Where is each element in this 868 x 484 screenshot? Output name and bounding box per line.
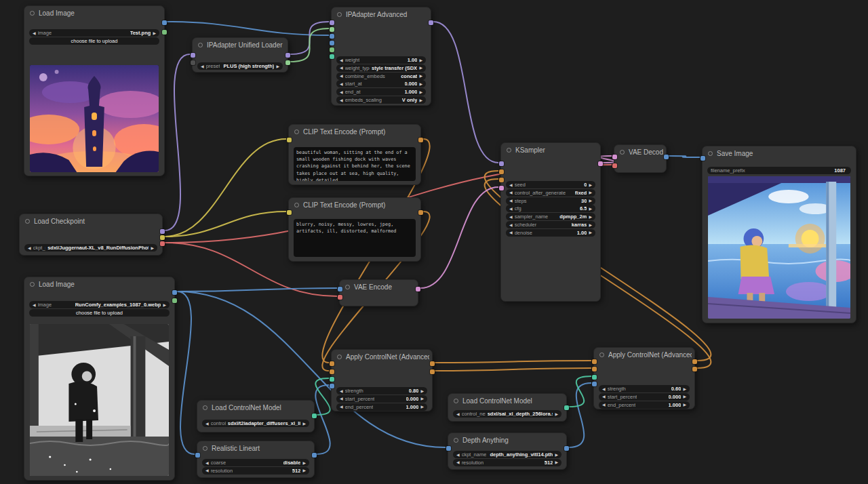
node-vae_encode[interactable]: VAE Encode bbox=[339, 279, 418, 306]
widget-end_percent[interactable]: ◀end_percent1.000▶ bbox=[336, 403, 427, 411]
collapse-dot-icon[interactable] bbox=[599, 352, 604, 357]
input-port-ksampler-negative[interactable] bbox=[499, 178, 504, 182]
collapse-dot-icon[interactable] bbox=[620, 150, 625, 155]
input-port-clip_neg-clip[interactable] bbox=[287, 210, 292, 215]
increment-arrow-icon[interactable]: ▶ bbox=[555, 453, 558, 457]
increment-arrow-icon[interactable]: ▶ bbox=[419, 98, 422, 102]
widget-image[interactable]: ◀imageRunComfy_examples_1087_0.webp▶ bbox=[29, 301, 170, 308]
decrement-arrow-icon[interactable]: ◀ bbox=[509, 190, 513, 195]
increment-arrow-icon[interactable]: ▶ bbox=[589, 190, 592, 195]
input-port-ksampler-positive[interactable] bbox=[499, 169, 504, 174]
node-ipadapter_loader[interactable]: IPAdapter Unified Loader◀presetPLUS (hig… bbox=[192, 37, 288, 73]
widget-cfg[interactable]: ◀cfg6.5▶ bbox=[506, 205, 595, 212]
widget-start_at[interactable]: ◀start_at0.000▶ bbox=[336, 80, 426, 87]
increment-arrow-icon[interactable]: ▶ bbox=[555, 460, 558, 464]
collapse-dot-icon[interactable] bbox=[198, 43, 203, 47]
input-port-ipadapter_adv-model[interactable] bbox=[330, 20, 334, 25]
increment-arrow-icon[interactable]: ▶ bbox=[419, 82, 422, 86]
output-port-load_image_2-MASK[interactable] bbox=[172, 298, 177, 303]
collapse-dot-icon[interactable] bbox=[25, 219, 30, 224]
output-port-lineart-IMAGE[interactable] bbox=[312, 453, 317, 458]
node-ipadapter_adv[interactable]: IPAdapter Advanced◀weight1.00▶◀weight_ty… bbox=[331, 7, 431, 106]
input-port-acn2-image[interactable] bbox=[592, 382, 597, 386]
node-header[interactable]: IPAdapter Advanced bbox=[332, 7, 428, 21]
output-port-depth-IMAGE[interactable] bbox=[564, 446, 569, 451]
decrement-arrow-icon[interactable]: ◀ bbox=[456, 412, 460, 416]
decrement-arrow-icon[interactable]: ◀ bbox=[205, 461, 209, 465]
collapse-dot-icon[interactable] bbox=[507, 148, 511, 153]
collapse-dot-icon[interactable] bbox=[345, 285, 350, 289]
collapse-dot-icon[interactable] bbox=[708, 151, 713, 156]
widget-end_percent[interactable]: ◀end_percent1.000▶ bbox=[599, 401, 690, 409]
decrement-arrow-icon[interactable]: ◀ bbox=[456, 453, 460, 457]
node-header[interactable]: VAE Encode bbox=[340, 280, 415, 294]
output-port-cn_model_2-CONTROL_NET[interactable] bbox=[564, 405, 569, 410]
node-header[interactable]: Save Image bbox=[703, 146, 853, 160]
decrement-arrow-icon[interactable]: ◀ bbox=[340, 66, 343, 70]
increment-arrow-icon[interactable]: ▶ bbox=[420, 389, 424, 393]
output-port-vae_decode-IMAGE[interactable] bbox=[664, 155, 669, 159]
node-header[interactable]: Load Image bbox=[24, 6, 161, 20]
input-port-ipadapter_adv-image[interactable] bbox=[330, 34, 334, 39]
input-port-acn1-negative[interactable] bbox=[330, 369, 334, 374]
increment-arrow-icon[interactable]: ▶ bbox=[419, 74, 422, 78]
output-port-ipadapter_loader-model[interactable] bbox=[285, 53, 290, 58]
prompt-textarea[interactable]: blurry, noisy, messy, lowres, jpeg, arti… bbox=[294, 219, 416, 257]
input-port-acn2-positive[interactable] bbox=[592, 359, 597, 364]
increment-arrow-icon[interactable]: ▶ bbox=[555, 412, 558, 416]
node-header[interactable]: KSampler bbox=[501, 143, 597, 157]
widget-coarse[interactable]: ◀coarsedisable▶ bbox=[202, 459, 309, 466]
widget-start_percent[interactable]: ◀start_percent0.000▶ bbox=[336, 395, 427, 403]
graph-canvas[interactable]: Load Image◀imageTest.png▶choose file to … bbox=[0, 0, 868, 484]
increment-arrow-icon[interactable]: ▶ bbox=[419, 58, 422, 62]
upload-button[interactable]: choose file to upload bbox=[29, 309, 170, 317]
decrement-arrow-icon[interactable]: ◀ bbox=[205, 468, 209, 472]
decrement-arrow-icon[interactable]: ◀ bbox=[509, 199, 513, 203]
output-port-acn2-negative[interactable] bbox=[692, 367, 697, 371]
node-load_image_1[interactable]: Load Image◀imageTest.png▶choose file to … bbox=[24, 5, 165, 176]
input-port-vae_encode-vae[interactable] bbox=[338, 295, 342, 300]
increment-arrow-icon[interactable]: ▶ bbox=[420, 405, 424, 409]
output-port-ipadapter_loader-ipadapter[interactable] bbox=[285, 60, 290, 65]
widget-weight[interactable]: ◀weight1.00▶ bbox=[336, 56, 426, 64]
decrement-arrow-icon[interactable]: ◀ bbox=[340, 74, 343, 78]
decrement-arrow-icon[interactable]: ◀ bbox=[33, 31, 36, 35]
input-port-acn2-negative[interactable] bbox=[592, 367, 597, 371]
node-header[interactable]: CLIP Text Encode (Prompt) bbox=[289, 125, 418, 138]
decrement-arrow-icon[interactable]: ◀ bbox=[340, 90, 343, 94]
output-port-clip_pos-CONDITIONING[interactable] bbox=[418, 138, 423, 142]
widget-end_at[interactable]: ◀end_at1.000▶ bbox=[336, 88, 426, 96]
node-header[interactable]: Load Checkpoint bbox=[20, 214, 159, 228]
node-cn_model_1[interactable]: Load ControlNet Model◀control_nesdxl/t2i… bbox=[197, 400, 315, 432]
node-acn2[interactable]: Apply ControlNet (Advanced)◀strength0.60… bbox=[593, 347, 695, 409]
input-port-vae_decode-vae[interactable] bbox=[612, 163, 617, 168]
node-depth[interactable]: Depth Anything◀ckpt_namedepth_anything_v… bbox=[448, 432, 567, 470]
widget-combine_embeds[interactable]: ◀combine_embedsconcat▶ bbox=[336, 73, 426, 80]
widget-ckpt_name[interactable]: ◀ckpt_namedepth_anything_vitl14.pth▶ bbox=[453, 451, 561, 458]
output-port-checkpoint-CLIP[interactable] bbox=[160, 235, 165, 240]
decrement-arrow-icon[interactable]: ◀ bbox=[509, 215, 513, 219]
input-port-ipadapter_adv-clip_vision[interactable] bbox=[330, 54, 334, 59]
collapse-dot-icon[interactable] bbox=[30, 11, 35, 16]
increment-arrow-icon[interactable]: ▶ bbox=[589, 223, 592, 227]
input-port-ksampler-latent_image[interactable] bbox=[499, 186, 504, 190]
increment-arrow-icon[interactable]: ▶ bbox=[683, 387, 686, 391]
widget-strength[interactable]: ◀strength0.80▶ bbox=[336, 387, 427, 395]
increment-arrow-icon[interactable]: ▶ bbox=[302, 422, 306, 426]
input-port-vae_decode-samples[interactable] bbox=[612, 155, 617, 159]
widget-control_after_generate[interactable]: ◀control_after_generatefixed▶ bbox=[506, 189, 595, 197]
widget-embeds_scaling[interactable]: ◀embeds_scalingV only▶ bbox=[336, 96, 426, 104]
collapse-dot-icon[interactable] bbox=[203, 446, 208, 451]
widget-sampler_name[interactable]: ◀sampler_namedpmpp_2m▶ bbox=[506, 213, 595, 220]
widget-control_ne[interactable]: ◀control_nesdxl/t2iadapter_diffusers_xl_… bbox=[202, 420, 309, 427]
node-header[interactable]: Depth Anything bbox=[448, 433, 564, 447]
increment-arrow-icon[interactable]: ▶ bbox=[683, 403, 686, 407]
decrement-arrow-icon[interactable]: ◀ bbox=[509, 223, 513, 227]
input-port-ipadapter_adv-attn_mask[interactable] bbox=[330, 47, 334, 52]
decrement-arrow-icon[interactable]: ◀ bbox=[602, 387, 606, 391]
node-header[interactable]: Apply ControlNet (Advanced) bbox=[594, 348, 692, 361]
output-port-acn2-positive[interactable] bbox=[692, 359, 697, 364]
node-vae_decode[interactable]: VAE Decode bbox=[614, 144, 667, 173]
collapse-dot-icon[interactable] bbox=[294, 203, 299, 207]
widget-resolution[interactable]: ◀resolution512▶ bbox=[202, 467, 309, 475]
